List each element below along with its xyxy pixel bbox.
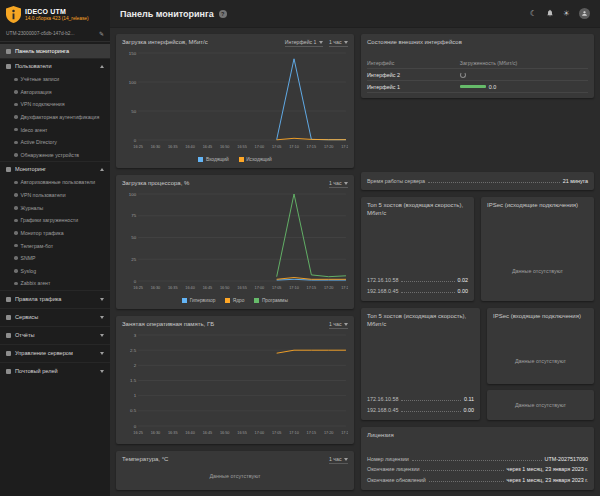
dotted-leader	[401, 292, 454, 293]
sidebar-item-syslog[interactable]: Syslog	[0, 265, 110, 278]
load-bar	[460, 85, 486, 88]
sidebar-item-snmp[interactable]: SNMP	[0, 252, 110, 265]
load-value: 0.0	[489, 84, 497, 90]
cpu-chart: 025507510016:2516:3016:3516:4016:4516:50…	[122, 190, 348, 296]
svg-text:17:15: 17:15	[307, 145, 317, 149]
ipsec-in-stack: IPSec (входящие подключения) Данные отсу…	[487, 308, 594, 420]
sidebar-section-traffic-rules[interactable]: Правила трафика	[0, 290, 110, 308]
theme-icon[interactable]: ☾	[530, 10, 537, 18]
cpu-chart-legend: ГипервизорЯдроПрограммы	[122, 297, 348, 304]
dotted-leader	[412, 460, 542, 461]
sidebar-section-server-management[interactable]: Управление сервером	[0, 344, 110, 362]
chevron-down-icon	[100, 316, 104, 319]
svg-text:17:20: 17:20	[324, 431, 334, 435]
chevron-up-icon	[100, 168, 104, 171]
top-hosts-rows: 172.16.10.580.11192.168.0.450.00	[367, 394, 474, 415]
top-hosts-rows: 172.16.10.580.02192.168.0.450.00	[367, 275, 468, 296]
chevron-down-icon	[344, 323, 348, 326]
uptime-value: 21 минута	[563, 178, 588, 184]
services-icon	[6, 315, 11, 320]
svg-text:25: 25	[131, 257, 136, 262]
period-select[interactable]: 1 час	[329, 39, 348, 47]
user-avatar[interactable]	[579, 8, 590, 19]
card-empty-extra: Данные отсутствуют	[487, 390, 594, 420]
license-field-label: Окончание лицензии	[367, 466, 420, 472]
sidebar-item-label: Монитор трафика	[21, 230, 64, 236]
svg-text:16:40: 16:40	[185, 431, 195, 435]
svg-text:16:50: 16:50	[220, 431, 230, 435]
svg-text:17:25: 17:25	[341, 145, 348, 149]
logs-icon	[14, 206, 18, 210]
interface-load	[460, 72, 588, 78]
sidebar-item-load-graphs[interactable]: Графики загруженности	[0, 214, 110, 227]
legend-swatch	[239, 157, 244, 162]
dotted-leader	[423, 470, 504, 471]
sidebar-item-telegram-bot[interactable]: Телеграм-бот	[0, 239, 110, 252]
svg-text:50: 50	[131, 235, 136, 240]
sidebar-item-label: Active Directory	[21, 139, 57, 145]
notifications-icon[interactable]	[546, 9, 554, 19]
sidebar-item-traffic-monitor[interactable]: Монитор трафика	[0, 227, 110, 240]
svg-text:1.5: 1.5	[130, 378, 137, 383]
interface-table-rows: Интерфейс 2Интерфейс 10.0	[367, 69, 588, 93]
sidebar-section-mail-relay[interactable]: Почтовый релей	[0, 362, 110, 380]
sidebar-item-two-factor-auth[interactable]: Двухфакторная аутентификация	[0, 111, 110, 124]
card-title: Загрузка интерфейсов, Мбит/с	[122, 39, 279, 47]
chart-svg: 05010015016:2516:3016:3516:4016:4516:501…	[122, 49, 348, 151]
interface-select[interactable]: Интерфейс 1	[285, 39, 323, 47]
sidebar-item-vpn-users[interactable]: VPN пользователи	[0, 189, 110, 202]
server-id-row[interactable]: UTM-23000007-c6db-147d-b2... ✎	[0, 27, 110, 42]
sidebar-item-active-directory[interactable]: Active Directory	[0, 136, 110, 149]
legend-item: Программы	[254, 298, 287, 303]
period-select[interactable]: 1 час	[329, 321, 348, 329]
sidebar-item-dashboard[interactable]: Панель мониторинга	[0, 44, 110, 58]
license-field-label: Окончание обновлений	[367, 477, 426, 483]
interface-row: Интерфейс 2	[367, 69, 588, 81]
sidebar-item-zabbix-agent[interactable]: Zabbix агент	[0, 277, 110, 290]
svg-text:17:25: 17:25	[341, 431, 348, 435]
svg-text:16:45: 16:45	[203, 286, 213, 290]
sidebar-section-users[interactable]: Пользователи	[0, 58, 110, 73]
chart-svg: 00.511.522.5316:2516:3016:3516:4016:4516…	[122, 331, 348, 437]
empty-state: Данные отсутствуют	[122, 466, 348, 485]
card-title: Температура, °C	[122, 456, 323, 464]
sidebar-item-ideco-agent[interactable]: Ideco агент	[0, 123, 110, 136]
svg-text:17:20: 17:20	[324, 286, 334, 290]
widgets-column: Состояние внешних интерфейсов Интерфейс …	[361, 34, 594, 490]
edit-icon[interactable]: ✎	[99, 30, 104, 37]
sidebar-item-vpn-connections[interactable]: VPN подключения	[0, 98, 110, 111]
dotted-leader	[429, 481, 504, 482]
empty-state: Данные отсутствуют	[487, 246, 588, 296]
sidebar-item-label: Zabbix агент	[21, 280, 51, 286]
sidebar-item-accounts[interactable]: Учётные записи	[0, 73, 110, 86]
sidebar-section-reports[interactable]: Отчёты	[0, 326, 110, 344]
help-icon[interactable]: ?	[219, 10, 227, 18]
row-top-outgoing: Топ 5 хостов (исходящая скорость), Мбит/…	[361, 308, 594, 420]
svg-text:17:15: 17:15	[307, 431, 317, 435]
uptime-label: Время работы сервера	[367, 178, 425, 184]
svg-text:16:30: 16:30	[151, 286, 161, 290]
sidebar-section-label: Мониторинг	[15, 166, 46, 172]
sidebar-section-label: Пользователи	[15, 63, 52, 69]
sidebar-item-label: VPN подключения	[21, 101, 65, 107]
sidebar-item-authorization[interactable]: Авторизация	[0, 86, 110, 99]
sidebar-item-authorized-users[interactable]: Авторизованные пользователи	[0, 176, 110, 189]
sidebar-item-label: Ideco агент	[21, 127, 48, 133]
mail-relay-icon	[6, 369, 11, 374]
svg-text:17:20: 17:20	[324, 145, 334, 149]
brightness-icon[interactable]: ☀	[563, 10, 570, 18]
sidebar-item-logs[interactable]: Журналы	[0, 201, 110, 214]
sidebar-section-label: Отчёты	[15, 332, 35, 338]
sidebar-section-label: Правила трафика	[15, 296, 61, 302]
period-select[interactable]: 1 час	[329, 456, 348, 464]
svg-text:16:35: 16:35	[168, 431, 178, 435]
card-temperature: Температура, °C 1 час Данные отсутствуют	[116, 451, 354, 490]
sidebar-item-device-discovery[interactable]: Обнаружение устройств	[0, 149, 110, 162]
sidebar-section-monitoring[interactable]: Мониторинг	[0, 161, 110, 176]
svg-text:100: 100	[129, 192, 137, 197]
sidebar-menu: Панель мониторингаПользователиУчётные за…	[0, 42, 110, 496]
sidebar-section-services[interactable]: Сервисы	[0, 308, 110, 326]
legend-swatch	[198, 157, 203, 162]
period-select[interactable]: 1 час	[329, 180, 348, 188]
card-title: Лицензия	[367, 432, 588, 451]
